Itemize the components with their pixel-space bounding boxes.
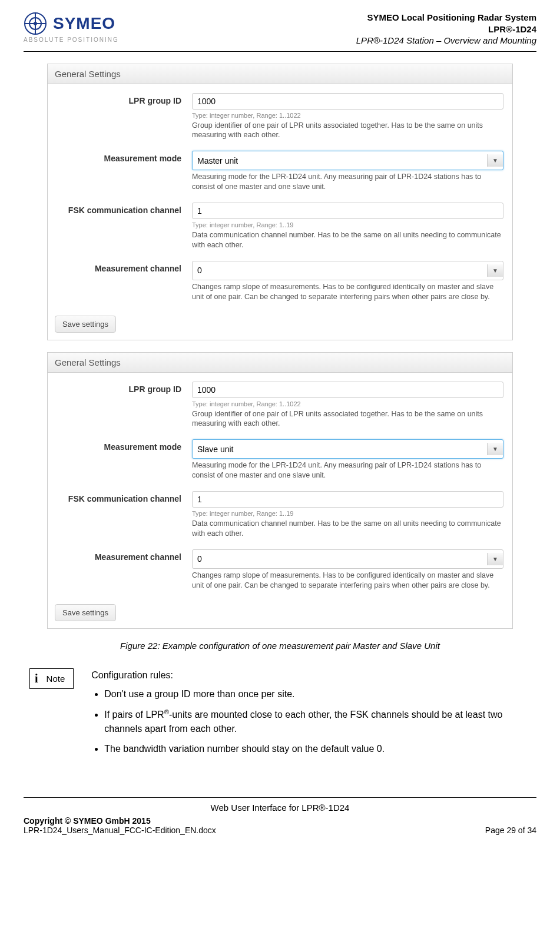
help-fsk: Data communication channel number. Has t… <box>192 519 503 539</box>
help-meas-channel: Changes ramp slope of measurements. Has … <box>192 282 503 302</box>
label-mode: Measurement mode <box>57 151 192 163</box>
row-group-id: LPR group ID 1000 Type: integer number, … <box>57 93 503 141</box>
header-right: SYMEO Local Positioning Radar System LPR… <box>356 12 536 47</box>
note-bullet-1: Don't use a group ID more than once per … <box>104 687 531 701</box>
hint-fsk: Type: integer number, Range: 1..19 <box>192 221 503 228</box>
footer-page: Page 29 of 34 <box>485 826 536 835</box>
settings-panel-master: General Settings LPR group ID 1000 Type:… <box>47 64 513 340</box>
chevron-down-icon: ▼ <box>487 553 503 565</box>
label-group-id: LPR group ID <box>57 382 192 394</box>
help-group-id: Group identifier of one pair of LPR unit… <box>192 409 503 429</box>
note-bullet-2: If pairs of LPR®-units are mounted close… <box>104 707 531 736</box>
help-meas-channel: Changes ramp slope of measurements. Has … <box>192 571 503 591</box>
note-title: Configuration rules: <box>91 668 531 682</box>
input-group-id[interactable]: 1000 <box>192 382 503 398</box>
hint-group-id: Type: integer number, Range: 1..1022 <box>192 400 503 407</box>
row-fsk: FSK communication channel 1 Type: intege… <box>57 203 503 250</box>
logo-icon <box>24 12 47 35</box>
header-line2: LPR®-1D24 <box>356 24 536 35</box>
save-button[interactable]: Save settings <box>55 604 116 621</box>
page-header: SYMEO ABSOLUTE POSITIONING SYMEO Local P… <box>24 12 536 52</box>
row-meas-channel: Measurement channel 0 ▼ Changes ramp slo… <box>57 549 503 591</box>
note-section: i Note Configuration rules: Don't use a … <box>29 668 531 762</box>
row-meas-channel: Measurement channel 0 ▼ Changes ramp slo… <box>57 261 503 302</box>
select-mode[interactable]: Master unit ▼ <box>192 151 503 170</box>
input-fsk[interactable]: 1 <box>192 491 503 508</box>
info-icon: i <box>35 672 38 685</box>
select-meas-value: 0 <box>197 266 202 275</box>
save-button[interactable]: Save settings <box>55 316 116 333</box>
logo-text: SYMEO <box>53 14 115 33</box>
row-mode: Measurement mode Master unit ▼ Measuring… <box>57 151 503 192</box>
chevron-down-icon: ▼ <box>487 264 503 277</box>
page-footer: Web User Interface for LPR®-1D24 Copyrig… <box>24 797 536 835</box>
help-group-id: Group identifier of one pair of LPR unit… <box>192 121 503 141</box>
logo-block: SYMEO ABSOLUTE POSITIONING <box>24 12 119 43</box>
select-meas-channel[interactable]: 0 ▼ <box>192 549 503 569</box>
note-content: Configuration rules: Don't use a group I… <box>91 668 531 762</box>
settings-panel-slave: General Settings LPR group ID 1000 Type:… <box>47 352 513 629</box>
footer-filename: LPR-1D24_Users_Manual_FCC-IC-Edition_EN.… <box>24 826 216 835</box>
chevron-down-icon: ▼ <box>487 154 503 167</box>
row-group-id: LPR group ID 1000 Type: integer number, … <box>57 382 503 429</box>
note-bullet-3: The bandwidth variation number should st… <box>104 742 531 756</box>
select-meas-channel[interactable]: 0 ▼ <box>192 261 503 280</box>
footer-title: Web User Interface for LPR®-1D24 <box>24 803 536 813</box>
figure-caption: Figure 22: Example configuration of one … <box>24 641 536 651</box>
chevron-down-icon: ▼ <box>487 443 503 455</box>
select-meas-value: 0 <box>197 554 202 564</box>
label-mode: Measurement mode <box>57 439 192 452</box>
select-mode-value: Master unit <box>197 156 238 165</box>
row-mode: Measurement mode Slave unit ▼ Measuring … <box>57 439 503 480</box>
row-fsk: FSK communication channel 1 Type: intege… <box>57 491 503 539</box>
label-meas-channel: Measurement channel <box>57 549 192 562</box>
svg-point-4 <box>34 22 37 25</box>
label-meas-channel: Measurement channel <box>57 261 192 273</box>
label-group-id: LPR group ID <box>57 93 192 105</box>
note-badge-text: Note <box>47 674 65 684</box>
header-line3: LPR®-1D24 Station – Overview and Mountin… <box>356 35 536 47</box>
panel-header: General Settings <box>48 64 512 84</box>
help-mode: Measuring mode for the LPR-1D24 unit. An… <box>192 172 503 192</box>
input-group-id[interactable]: 1000 <box>192 93 503 110</box>
help-mode: Measuring mode for the LPR-1D24 unit. An… <box>192 460 503 480</box>
label-fsk: FSK communication channel <box>57 491 192 503</box>
hint-group-id: Type: integer number, Range: 1..1022 <box>192 112 503 119</box>
logo-tagline: ABSOLUTE POSITIONING <box>24 37 119 43</box>
input-fsk[interactable]: 1 <box>192 203 503 219</box>
hint-fsk: Type: integer number, Range: 1..19 <box>192 510 503 517</box>
help-fsk: Data communication channel number. Has t… <box>192 230 503 250</box>
note-badge: i Note <box>29 668 74 689</box>
label-fsk: FSK communication channel <box>57 203 192 215</box>
header-line1: SYMEO Local Positioning Radar System <box>356 12 536 24</box>
select-mode[interactable]: Slave unit ▼ <box>192 439 503 459</box>
select-mode-value: Slave unit <box>197 445 233 454</box>
panel-header: General Settings <box>48 353 512 373</box>
footer-copyright: Copyright © SYMEO GmbH 2015 <box>24 816 216 826</box>
